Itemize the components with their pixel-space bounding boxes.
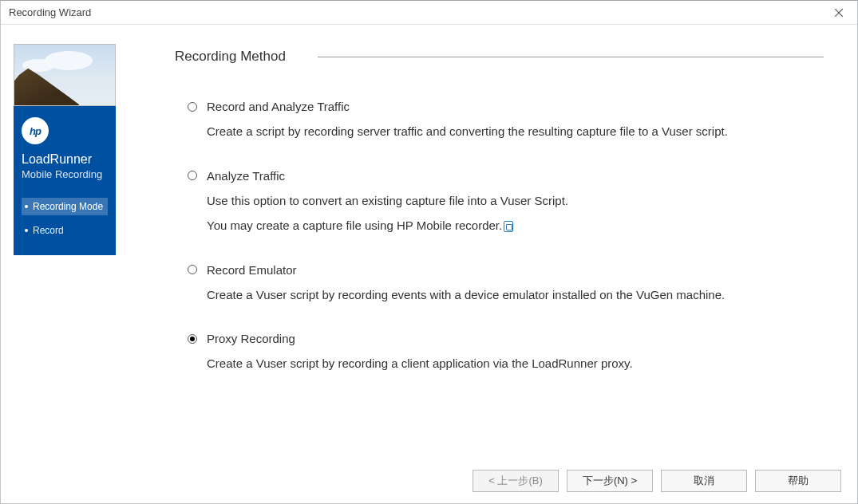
step-dot-icon [25,229,28,232]
option-label: Analyze Traffic [207,169,285,183]
radio-proxy-recording[interactable] [188,334,197,344]
option-description-2: You may create a capture file using HP M… [207,215,844,236]
close-icon [835,9,843,17]
step-dot-icon [25,205,28,208]
wizard-body: hp LoadRunner Mobile Recording Recording… [1,25,857,503]
titlebar: Recording Wizard [1,1,857,25]
section-header: Recording Method [175,49,844,65]
option-proxy-recording: Proxy Recording Create a Vuser script by… [188,332,844,374]
mobile-recorder-icon[interactable] [504,221,513,232]
section-divider [318,57,824,57]
brand-title: LoadRunner [22,152,108,167]
close-button[interactable] [820,1,857,25]
radio-analyze-traffic[interactable] [188,171,197,180]
option-description: Use this option to convert an existing c… [207,191,844,211]
option-description: Create a script by recording server traf… [207,121,844,142]
radio-record-emulator[interactable] [188,265,197,274]
option-head[interactable]: Record Emulator [188,263,844,277]
hp-logo-icon: hp [22,117,49,144]
main-panel: Recording Method Record and Analyze Traf… [117,44,844,459]
brand-panel: hp LoadRunner Mobile Recording Recording… [14,106,116,255]
wizard-step-record: Record [22,222,108,239]
option-head[interactable]: Proxy Recording [188,332,844,345]
section-title: Recording Method [175,49,286,65]
option-label: Record Emulator [207,263,297,277]
option-head[interactable]: Record and Analyze Traffic [188,100,844,113]
option-label: Record and Analyze Traffic [207,100,350,113]
option-analyze-traffic: Analyze Traffic Use this option to conve… [188,169,844,236]
step-label: Recording Mode [33,201,103,212]
options-group: Record and Analyze Traffic Create a scri… [175,100,844,374]
recording-wizard-window: Recording Wizard hp LoadRunner Mobile Re… [0,0,858,504]
next-button[interactable]: 下一步(N) > [567,470,653,492]
option-record-emulator: Record Emulator Create a Vuser script by… [188,263,844,305]
back-button: < 上一步(B) [472,470,559,492]
brand-subtitle: Mobile Recording [22,168,108,180]
option-description: Create a Vuser script by recording event… [207,285,844,305]
help-button[interactable]: 帮助 [755,470,841,492]
cancel-button[interactable]: 取消 [661,470,747,492]
sidebar: hp LoadRunner Mobile Recording Recording… [14,44,117,459]
option-label: Proxy Recording [207,332,295,345]
sidebar-image [14,44,116,106]
step-label: Record [33,225,64,236]
option-record-analyze-traffic: Record and Analyze Traffic Create a scri… [188,100,844,142]
radio-record-analyze-traffic[interactable] [188,102,197,112]
wizard-content: hp LoadRunner Mobile Recording Recording… [1,25,857,459]
wizard-step-recording-mode: Recording Mode [22,198,108,215]
wizard-footer: < 上一步(B) 下一步(N) > 取消 帮助 [1,459,857,503]
option-head[interactable]: Analyze Traffic [188,169,844,183]
option-description: Create a Vuser script by recording a cli… [207,353,844,374]
window-title: Recording Wizard [1,6,91,18]
